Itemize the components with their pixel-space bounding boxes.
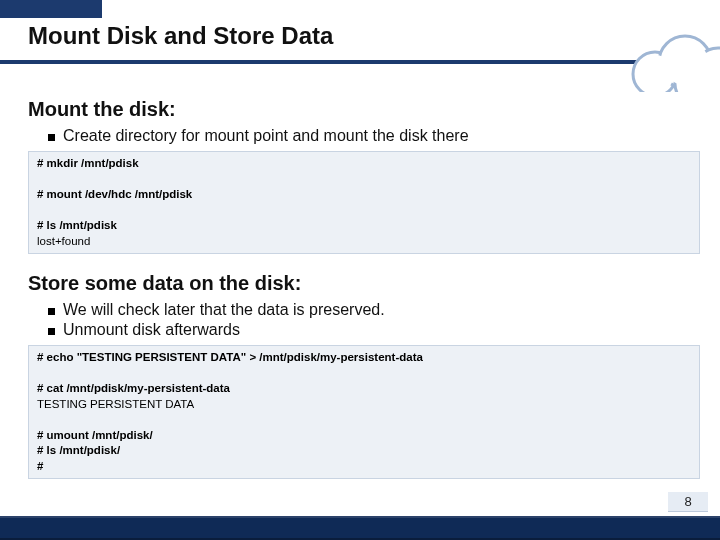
slide-content: Mount the disk:Create directory for moun… [0, 64, 720, 479]
code-command-line: # mount /dev/hdc /mnt/pdisk [37, 187, 691, 203]
footer-bar [0, 516, 720, 540]
section-heading: Mount the disk: [28, 98, 700, 121]
code-blank-line [37, 412, 691, 428]
code-block: # mkdir /mnt/pdisk # mount /dev/hdc /mnt… [28, 151, 700, 254]
bullet-item: Unmount disk afterwards [48, 321, 700, 339]
bullet-square-icon [48, 308, 55, 315]
bullet-text: Create directory for mount point and mou… [63, 127, 469, 145]
page-number: 8 [668, 492, 708, 512]
bullet-square-icon [48, 134, 55, 141]
code-output-line: lost+found [37, 234, 691, 250]
code-command-line: # [37, 459, 691, 475]
bullet-item: Create directory for mount point and mou… [48, 127, 700, 145]
code-command-line: # umount /mnt/pdisk/ [37, 428, 691, 444]
header-accent-tab [0, 0, 102, 18]
bullet-square-icon [48, 328, 55, 335]
code-command-line: # ls /mnt/pdisk [37, 218, 691, 234]
bullet-text: We will check later that the data is pre… [63, 301, 385, 319]
code-blank-line [37, 203, 691, 219]
code-blank-line [37, 172, 691, 188]
code-command-line: # mkdir /mnt/pdisk [37, 156, 691, 172]
code-blank-line [37, 366, 691, 382]
code-output-line: TESTING PERSISTENT DATA [37, 397, 691, 413]
section-heading: Store some data on the disk: [28, 272, 700, 295]
bullet-item: We will check later that the data is pre… [48, 301, 700, 319]
code-block: # echo "TESTING PERSISTENT DATA" > /mnt/… [28, 345, 700, 479]
code-command-line: # ls /mnt/pdisk/ [37, 443, 691, 459]
cloud-logo [610, 32, 720, 92]
bullet-text: Unmount disk afterwards [63, 321, 240, 339]
code-command-line: # echo "TESTING PERSISTENT DATA" > /mnt/… [37, 350, 691, 366]
code-command-line: # cat /mnt/pdisk/my-persistent-data [37, 381, 691, 397]
